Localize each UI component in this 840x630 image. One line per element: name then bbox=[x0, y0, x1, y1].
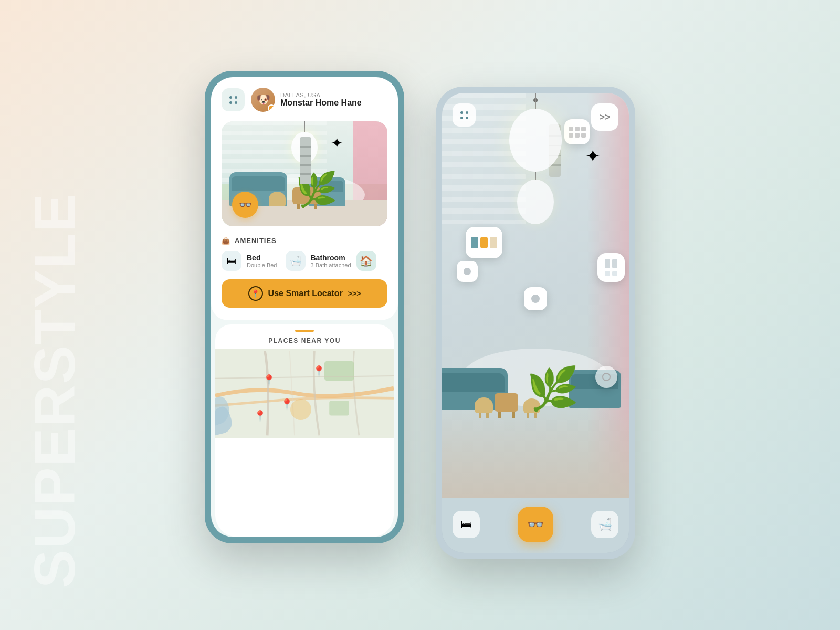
room-wall-deco: ✦ bbox=[331, 134, 343, 152]
map-svg bbox=[215, 349, 394, 438]
map-pin-1[interactable]: 📍 bbox=[262, 374, 276, 386]
ar-menu-button[interactable] bbox=[453, 103, 476, 127]
ar-menu-dots-bottom bbox=[460, 117, 468, 119]
ar-circle-inner bbox=[602, 373, 611, 381]
smart-locator-label: Use Smart Locator bbox=[268, 289, 343, 298]
menu-dot bbox=[229, 96, 232, 99]
bath-icon-box: 🛁 bbox=[286, 251, 306, 271]
ar-menu-dot bbox=[466, 111, 468, 114]
ar-grid-dot bbox=[569, 127, 573, 131]
ar-stool2-leg2 bbox=[534, 413, 537, 418]
username-label: Monstar Home Hane bbox=[280, 98, 362, 108]
ar-hanging-lamp bbox=[509, 93, 562, 224]
background-brand-text: SUPERSTYLE bbox=[21, 193, 88, 588]
map-pin-3[interactable]: 📍 bbox=[254, 410, 267, 422]
ar-grid-dot bbox=[569, 133, 573, 138]
ar-color-teal bbox=[471, 237, 478, 248]
menu-dot bbox=[235, 96, 237, 99]
ar-grid-dot bbox=[581, 127, 586, 131]
vr-button[interactable]: 👓 bbox=[232, 192, 258, 218]
shelf-bar bbox=[300, 164, 311, 166]
amenities-section: 👜 AMENITIES 🛏 Bed Double Bed bbox=[222, 237, 387, 271]
avatar-badge bbox=[268, 104, 275, 112]
bed-sublabel: Double Bed bbox=[247, 262, 277, 268]
ar-bed-icon: 🛏 bbox=[460, 518, 472, 531]
ar-menu-dot bbox=[460, 117, 463, 119]
menu-dots-bottom bbox=[229, 101, 237, 104]
forward-label: >> bbox=[599, 112, 610, 123]
header: 🐶 DALLAS, USA Monstar Home Hane bbox=[222, 88, 387, 112]
ar-dot-circle bbox=[464, 268, 471, 275]
ar-grid-dot bbox=[575, 133, 580, 138]
lamp-cord bbox=[304, 121, 305, 132]
ar-bottom-vr-button[interactable]: 👓 bbox=[518, 507, 553, 542]
ar-color-orange bbox=[480, 237, 488, 248]
map-container[interactable]: 📍 📍 📍 📍 bbox=[215, 349, 394, 438]
menu-dots-top bbox=[229, 96, 237, 99]
ar-stool1 bbox=[475, 397, 493, 413]
menu-dot bbox=[229, 101, 232, 104]
ar-menu-dot bbox=[460, 111, 463, 114]
smart-locator-button[interactable]: 📍 Use Smart Locator >>> bbox=[222, 279, 387, 308]
ar-grid-inner bbox=[569, 127, 586, 138]
ar-bottom-bath-button[interactable]: 🛁 bbox=[591, 511, 618, 538]
avatar: 🐶 bbox=[251, 88, 275, 112]
location-label: DALLAS, USA bbox=[280, 92, 362, 98]
chevrons-icon: >>> bbox=[348, 289, 361, 298]
ar-toggle-bar3 bbox=[605, 271, 610, 276]
avatar-emoji: 🐶 bbox=[256, 93, 270, 107]
ar-table-main bbox=[495, 393, 518, 412]
ar-toggle-row1 bbox=[605, 259, 617, 268]
ar-bath-icon: 🛁 bbox=[598, 518, 612, 531]
bath-icon: 🛁 bbox=[290, 255, 301, 267]
bed-text: Bed Double Bed bbox=[247, 254, 277, 268]
ar-forward-button[interactable]: >> bbox=[591, 103, 618, 131]
bed-icon-box: 🛏 bbox=[222, 251, 242, 271]
room-shelf bbox=[300, 137, 311, 184]
ar-menu-dot bbox=[466, 117, 468, 119]
ar-sofa-back-l bbox=[442, 373, 505, 392]
ar-bottom-bar: 🛏 👓 🛁 bbox=[442, 498, 629, 553]
ar-grid-dot bbox=[575, 127, 580, 131]
ar-dot-center-circle bbox=[531, 295, 540, 303]
amenity-bed: 🛏 Bed Double Bed bbox=[222, 251, 277, 271]
ar-table-leg1 bbox=[498, 412, 501, 418]
map-pin-4[interactable]: 📍 bbox=[312, 365, 326, 377]
ar-stool2-leg1 bbox=[527, 413, 529, 418]
ar-circle-widget[interactable] bbox=[595, 366, 617, 388]
ar-dot-widget-left[interactable] bbox=[457, 261, 478, 282]
right-phone: 🌿 ✦ bbox=[436, 87, 635, 559]
vr-icon: 👓 bbox=[239, 198, 252, 211]
ar-grid-widget[interactable] bbox=[564, 119, 590, 144]
ar-colors-widget[interactable] bbox=[466, 227, 502, 258]
left-phone-inner: 🐶 DALLAS, USA Monstar Home Hane bbox=[211, 77, 398, 537]
left-phone: 🐶 DALLAS, USA Monstar Home Hane bbox=[205, 71, 404, 543]
ar-stool-leg1 bbox=[479, 413, 481, 418]
map-pin-2[interactable]: 📍 bbox=[280, 398, 293, 411]
amenity-bathroom: 🛁 Bathroom 3 Bath attached 🏠 bbox=[286, 251, 376, 271]
amenities-icon: 👜 bbox=[222, 237, 230, 245]
menu-dot bbox=[235, 101, 237, 104]
ar-lamp-cord-mid bbox=[535, 172, 536, 180]
ar-dot-widget-center[interactable] bbox=[524, 287, 547, 310]
ar-wall-deco: ✦ bbox=[585, 145, 600, 166]
shelf-bar bbox=[300, 155, 311, 157]
room-stool bbox=[269, 192, 286, 206]
left-phone-content: 🐶 DALLAS, USA Monstar Home Hane bbox=[211, 77, 398, 320]
ar-plant: 🌿 bbox=[527, 368, 579, 410]
menu-button[interactable] bbox=[222, 88, 245, 111]
ar-lamp-cord-top bbox=[535, 93, 536, 109]
ar-toggle-bar1 bbox=[605, 259, 610, 268]
map-glow bbox=[290, 399, 311, 420]
bath-label: Bathroom bbox=[311, 254, 351, 262]
svg-rect-2 bbox=[329, 401, 349, 415]
places-card: PLACES NEAR YOU bbox=[215, 324, 394, 537]
bed-label: Bed bbox=[247, 254, 277, 262]
ar-arm-l bbox=[442, 395, 444, 410]
ar-toggle-widget[interactable] bbox=[597, 253, 625, 282]
ar-floor bbox=[442, 406, 629, 498]
ar-bottom-bed-button[interactable]: 🛏 bbox=[453, 511, 480, 538]
ar-grid-row2 bbox=[569, 133, 586, 138]
places-handle bbox=[295, 330, 314, 332]
ar-grid-row1 bbox=[569, 127, 586, 131]
